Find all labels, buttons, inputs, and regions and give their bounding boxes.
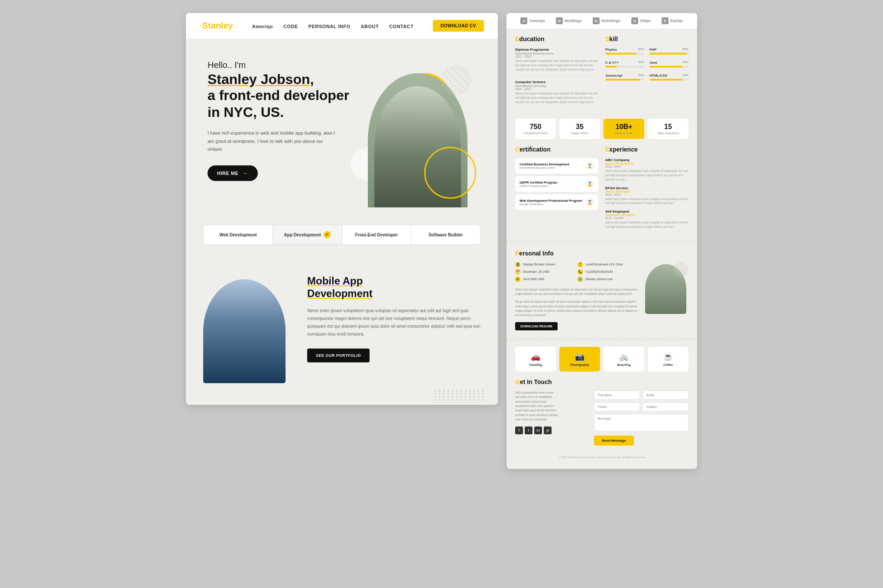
- personal-details: 👤 Stanley Richard Jobson 📅 December, 26 …: [515, 262, 638, 330]
- edu-school-1: International Business home2012 - 2014: [515, 52, 598, 58]
- contact-section: Get In Touch Sed ut perspiciatis unde om…: [515, 378, 688, 446]
- info-address: 📍 Lutrell Boulevard 119, Orilor: [578, 262, 638, 267]
- hobby-coffee: ☕ Coffee: [648, 347, 688, 372]
- subject-input[interactable]: [643, 402, 688, 411]
- arrow-icon: →: [242, 170, 248, 177]
- nav-home[interactable]: Ameríqo: [252, 24, 273, 29]
- circle-striped-decoration: [442, 65, 472, 95]
- certification-title: Certification: [515, 146, 598, 153]
- personal-info-title: Personal Info: [515, 250, 688, 257]
- hire-me-button[interactable]: HIRE ME →: [208, 165, 258, 181]
- form-row-2: [594, 402, 688, 411]
- edu-item-2: Computer Science International Universit…: [515, 80, 598, 108]
- phone-icon: 📞: [578, 269, 583, 275]
- email-input[interactable]: [643, 391, 688, 400]
- bicycle-icon: 🚲: [607, 352, 641, 362]
- skill-java: Java 85%: [649, 61, 688, 68]
- mobile-title: Mobile AppDevelopment: [307, 275, 480, 300]
- youtube-icon[interactable]: yt: [544, 426, 552, 434]
- location-icon: 📍: [578, 262, 583, 267]
- section-divider-1: [506, 240, 697, 244]
- brand-icon-sitiqo: S: [631, 17, 638, 24]
- hero-image-area: [364, 60, 476, 207]
- contact-form: Send Message: [594, 391, 688, 446]
- nav-code[interactable]: CODE: [283, 24, 298, 29]
- calendar-icon: 📅: [515, 269, 520, 275]
- camera-icon: 📷: [563, 352, 597, 362]
- nav-about[interactable]: ABOUT: [361, 24, 379, 29]
- car-icon: 🚗: [519, 352, 552, 362]
- message-textarea[interactable]: [594, 414, 688, 431]
- full-name-input[interactable]: [594, 391, 640, 400]
- stats-row: 750 Completed Projects 35 Happy Clients …: [515, 119, 688, 139]
- brand-icon-easiqo: E: [662, 17, 669, 24]
- brand-modilogo: M Modílogo: [556, 17, 582, 24]
- personal-desc-1: Nemo enim ipsam voluptatem quia voluptas…: [515, 288, 638, 297]
- phone-input[interactable]: [594, 402, 640, 411]
- tab-software-builder[interactable]: Software Builder: [411, 225, 480, 244]
- avatar-stripe: [673, 262, 688, 277]
- edu-desc-2: Nemo enim ipsam voluptatem quia voluptas…: [515, 91, 598, 104]
- info-email-short: ✉ Stnd.3990 1986: [515, 277, 576, 282]
- exp-item-2: EFGH Service Senior Developer 2014 - 201…: [605, 186, 688, 206]
- experience-section: Experience ABC Company Senior Programmer…: [605, 146, 688, 233]
- stat-clients: 35 Happy Clients: [559, 119, 600, 139]
- hobby-traveling: 🚗 Traveling: [515, 347, 556, 372]
- send-message-button[interactable]: Send Message: [594, 436, 634, 446]
- hero-subtitle: a front-end developerin NYC, US.: [208, 87, 364, 120]
- tab-web-development[interactable]: Web Development: [204, 225, 273, 244]
- personal-avatar: [645, 262, 688, 314]
- tab-frontend[interactable]: Front-End Developer: [342, 225, 412, 244]
- mobile-person-area: [203, 271, 290, 383]
- brand-icon-dnimilogo: D: [593, 17, 600, 24]
- stat-code: 10B+ Rows of Code: [604, 119, 644, 139]
- skills-section: Skill Phyton 80% PHP 95%: [605, 36, 688, 112]
- hero-name: Stanley Jobson,: [208, 72, 364, 87]
- info-website: 🌐 Stanley-Jobson.com: [578, 277, 638, 282]
- nav-contact[interactable]: CONTACT: [389, 24, 413, 29]
- brand-sitiqo: S Sítíqo: [631, 17, 651, 24]
- edu-item-1: Diploma Programme International Business…: [515, 48, 598, 76]
- cert-item-3: Web Development Professional Program Goo…: [515, 194, 598, 210]
- contact-description: Sed ut perspiciatis unde omnis iste natu…: [515, 391, 558, 422]
- brand-logo-bar: A Ameríqo M Modílogo D Dnímilogo S Sítíq…: [506, 13, 697, 29]
- personal-info-section: Personal Info 👤 Stanley Richard Jobson 📅…: [515, 250, 688, 330]
- mobile-description: Nemo enim ipsam voluptatem quia voluptas…: [307, 307, 480, 338]
- exp-item-1: ABC Company Senior Programmer 2010 - 201…: [605, 158, 688, 181]
- brand-dnimilogo: D Dnímilogo: [593, 17, 620, 24]
- skills-title: Skill: [605, 36, 688, 42]
- section-divider-2: [506, 337, 697, 341]
- portfolio-button[interactable]: SEE OUR PORTFOLIO: [307, 349, 370, 362]
- edu-name-2: Computer Science: [515, 80, 598, 84]
- check-badge: ✓: [324, 231, 331, 238]
- web-icon: 🌐: [578, 277, 583, 282]
- linkedin-icon[interactable]: in: [534, 426, 542, 434]
- dots-decoration: [435, 390, 485, 401]
- form-row-1: [594, 391, 688, 400]
- stat-projects: 750 Completed Projects: [515, 119, 556, 139]
- twitter-icon[interactable]: t: [525, 426, 532, 434]
- facebook-icon[interactable]: f: [515, 426, 523, 434]
- info-dob: 📅 December, 26 1986: [515, 269, 576, 275]
- hero-section: Hello.. I'm Stanley Jobson, a front-end …: [186, 39, 498, 225]
- cert-experience-grid: Certification Certified Business Develop…: [515, 146, 688, 233]
- hero-content: Hello.. I'm Stanley Jobson, a front-end …: [208, 60, 364, 181]
- stat-experience: 15 Years Experience: [648, 119, 688, 139]
- contact-left: Sed ut perspiciatis unde omnis iste natu…: [515, 391, 587, 434]
- download-cv-button[interactable]: DOWNLOAD CV: [433, 20, 484, 32]
- cert-icon-2: 🏅: [585, 180, 594, 188]
- logo: ·Stanley: [200, 21, 233, 31]
- nav-links: Ameríqo CODE PERSONAL INFO ABOUT CONTACT: [252, 22, 414, 30]
- hobby-photography: 📷 Photography: [559, 347, 600, 372]
- navbar: ·Stanley Ameríqo CODE PERSONAL INFO ABOU…: [186, 13, 498, 39]
- cert-icon-3: 🏅: [585, 198, 594, 207]
- tab-app-development[interactable]: App Development ✓: [273, 225, 342, 244]
- certification-section: Certification Certified Business Develop…: [515, 146, 598, 233]
- email-icon-small: ✉: [515, 277, 520, 282]
- download-resume-button[interactable]: DOWNLOAD RESUME: [515, 322, 558, 330]
- personal-details-grid: 👤 Stanley Richard Jobson 📅 December, 26 …: [515, 262, 638, 284]
- social-icons: f t in yt: [515, 426, 587, 434]
- cert-item-1: Certified Business Development Internati…: [515, 158, 598, 174]
- skills-grid: Phyton 80% PHP 95% C &: [605, 48, 688, 84]
- nav-personal[interactable]: PERSONAL INFO: [308, 24, 351, 29]
